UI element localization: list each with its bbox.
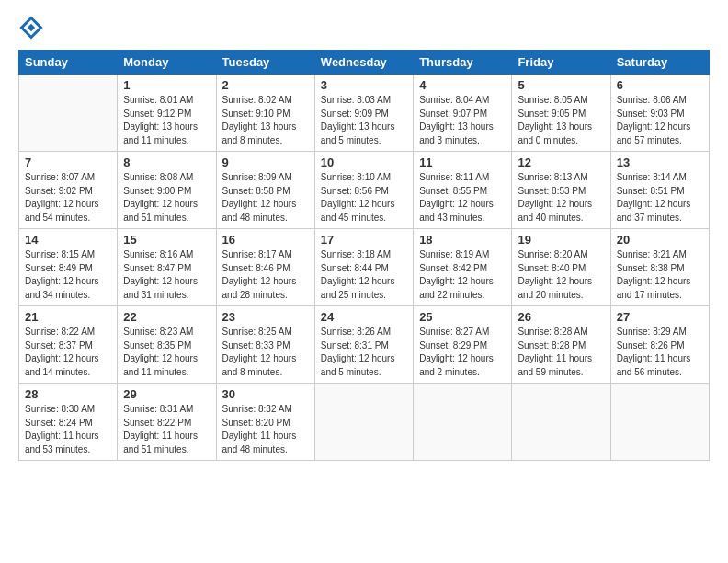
calendar: SundayMondayTuesdayWednesdayThursdayFrid…: [18, 50, 710, 461]
day-info: Sunrise: 8:07 AM Sunset: 9:02 PM Dayligh…: [25, 171, 111, 224]
day-header-monday: Monday: [118, 51, 216, 75]
day-header-thursday: Thursday: [414, 51, 512, 75]
header: [18, 15, 710, 40]
calendar-week-4: 21Sunrise: 8:22 AM Sunset: 8:37 PM Dayli…: [19, 306, 710, 384]
day-number: 20: [617, 233, 703, 247]
day-info: Sunrise: 8:03 AM Sunset: 9:09 PM Dayligh…: [321, 94, 407, 147]
calendar-cell: 22Sunrise: 8:23 AM Sunset: 8:35 PM Dayli…: [118, 306, 216, 384]
day-number: 29: [123, 387, 210, 401]
calendar-cell: 2Sunrise: 8:02 AM Sunset: 9:10 PM Daylig…: [216, 75, 314, 152]
calendar-cell: 24Sunrise: 8:26 AM Sunset: 8:31 PM Dayli…: [314, 306, 413, 384]
calendar-week-1: 1Sunrise: 8:01 AM Sunset: 9:12 PM Daylig…: [19, 75, 710, 152]
calendar-cell: 15Sunrise: 8:16 AM Sunset: 8:47 PM Dayli…: [118, 229, 216, 306]
calendar-cell: [610, 384, 709, 461]
calendar-cell: 8Sunrise: 8:08 AM Sunset: 9:00 PM Daylig…: [118, 152, 216, 229]
day-info: Sunrise: 8:17 AM Sunset: 8:46 PM Dayligh…: [222, 248, 309, 302]
day-number: 3: [321, 78, 407, 92]
calendar-header-row: SundayMondayTuesdayWednesdayThursdayFrid…: [19, 51, 710, 75]
day-info: Sunrise: 8:28 AM Sunset: 8:28 PM Dayligh…: [518, 326, 604, 379]
day-header-tuesday: Tuesday: [216, 51, 314, 75]
calendar-cell: 29Sunrise: 8:31 AM Sunset: 8:22 PM Dayli…: [118, 384, 216, 461]
calendar-cell: 13Sunrise: 8:14 AM Sunset: 8:51 PM Dayli…: [610, 152, 709, 229]
day-number: 26: [518, 310, 604, 324]
day-info: Sunrise: 8:21 AM Sunset: 8:38 PM Dayligh…: [617, 248, 703, 302]
calendar-week-5: 28Sunrise: 8:30 AM Sunset: 8:24 PM Dayli…: [19, 384, 710, 461]
day-number: 21: [25, 310, 111, 324]
calendar-cell: 26Sunrise: 8:28 AM Sunset: 8:28 PM Dayli…: [512, 306, 610, 384]
day-number: 5: [518, 78, 604, 92]
page: SundayMondayTuesdayWednesdayThursdayFrid…: [0, 0, 728, 563]
day-header-sunday: Sunday: [19, 51, 118, 75]
calendar-cell: [414, 384, 512, 461]
calendar-cell: 23Sunrise: 8:25 AM Sunset: 8:33 PM Dayli…: [216, 306, 314, 384]
calendar-week-3: 14Sunrise: 8:15 AM Sunset: 8:49 PM Dayli…: [19, 229, 710, 306]
calendar-cell: 12Sunrise: 8:13 AM Sunset: 8:53 PM Dayli…: [512, 152, 610, 229]
calendar-cell: 3Sunrise: 8:03 AM Sunset: 9:09 PM Daylig…: [314, 75, 413, 152]
day-number: 2: [222, 78, 309, 92]
day-number: 27: [617, 310, 703, 324]
calendar-week-2: 7Sunrise: 8:07 AM Sunset: 9:02 PM Daylig…: [19, 152, 710, 229]
calendar-cell: 21Sunrise: 8:22 AM Sunset: 8:37 PM Dayli…: [19, 306, 118, 384]
calendar-cell: 5Sunrise: 8:05 AM Sunset: 9:05 PM Daylig…: [512, 75, 610, 152]
calendar-cell: [314, 384, 413, 461]
calendar-cell: 6Sunrise: 8:06 AM Sunset: 9:03 PM Daylig…: [610, 75, 709, 152]
calendar-cell: 9Sunrise: 8:09 AM Sunset: 8:58 PM Daylig…: [216, 152, 314, 229]
calendar-cell: 27Sunrise: 8:29 AM Sunset: 8:26 PM Dayli…: [610, 306, 709, 384]
day-header-wednesday: Wednesday: [314, 51, 413, 75]
day-number: 6: [617, 78, 703, 92]
calendar-cell: 25Sunrise: 8:27 AM Sunset: 8:29 PM Dayli…: [414, 306, 512, 384]
day-number: 18: [419, 233, 506, 247]
calendar-cell: 16Sunrise: 8:17 AM Sunset: 8:46 PM Dayli…: [216, 229, 314, 306]
day-number: 23: [222, 310, 309, 324]
calendar-cell: 14Sunrise: 8:15 AM Sunset: 8:49 PM Dayli…: [19, 229, 118, 306]
day-number: 4: [419, 78, 506, 92]
day-info: Sunrise: 8:04 AM Sunset: 9:07 PM Dayligh…: [419, 94, 506, 147]
day-number: 16: [222, 233, 309, 247]
day-info: Sunrise: 8:32 AM Sunset: 8:20 PM Dayligh…: [222, 403, 309, 456]
day-number: 13: [617, 155, 703, 169]
calendar-cell: 28Sunrise: 8:30 AM Sunset: 8:24 PM Dayli…: [19, 384, 118, 461]
day-info: Sunrise: 8:02 AM Sunset: 9:10 PM Dayligh…: [222, 94, 309, 147]
day-number: 8: [123, 155, 210, 169]
day-number: 10: [321, 155, 407, 169]
calendar-cell: 19Sunrise: 8:20 AM Sunset: 8:40 PM Dayli…: [512, 229, 610, 306]
day-info: Sunrise: 8:25 AM Sunset: 8:33 PM Dayligh…: [222, 326, 309, 379]
day-info: Sunrise: 8:20 AM Sunset: 8:40 PM Dayligh…: [518, 248, 604, 302]
day-info: Sunrise: 8:31 AM Sunset: 8:22 PM Dayligh…: [123, 403, 210, 456]
calendar-cell: 4Sunrise: 8:04 AM Sunset: 9:07 PM Daylig…: [414, 75, 512, 152]
day-number: 17: [321, 233, 407, 247]
day-info: Sunrise: 8:15 AM Sunset: 8:49 PM Dayligh…: [25, 248, 111, 302]
calendar-cell: 18Sunrise: 8:19 AM Sunset: 8:42 PM Dayli…: [414, 229, 512, 306]
day-info: Sunrise: 8:16 AM Sunset: 8:47 PM Dayligh…: [123, 248, 210, 302]
day-header-saturday: Saturday: [610, 51, 709, 75]
day-info: Sunrise: 8:29 AM Sunset: 8:26 PM Dayligh…: [617, 326, 703, 379]
day-info: Sunrise: 8:14 AM Sunset: 8:51 PM Dayligh…: [617, 171, 703, 224]
day-number: 14: [25, 233, 111, 247]
day-info: Sunrise: 8:05 AM Sunset: 9:05 PM Dayligh…: [518, 94, 604, 147]
logo: [18, 15, 48, 40]
day-number: 7: [25, 155, 111, 169]
day-info: Sunrise: 8:27 AM Sunset: 8:29 PM Dayligh…: [419, 326, 506, 379]
calendar-cell: [512, 384, 610, 461]
day-number: 9: [222, 155, 309, 169]
day-number: 22: [123, 310, 210, 324]
day-info: Sunrise: 8:18 AM Sunset: 8:44 PM Dayligh…: [321, 248, 407, 302]
day-number: 19: [518, 233, 604, 247]
day-info: Sunrise: 8:26 AM Sunset: 8:31 PM Dayligh…: [321, 326, 407, 379]
calendar-cell: 17Sunrise: 8:18 AM Sunset: 8:44 PM Dayli…: [314, 229, 413, 306]
day-number: 25: [419, 310, 506, 324]
day-info: Sunrise: 8:09 AM Sunset: 8:58 PM Dayligh…: [222, 171, 309, 224]
day-info: Sunrise: 8:19 AM Sunset: 8:42 PM Dayligh…: [419, 248, 506, 302]
day-info: Sunrise: 8:23 AM Sunset: 8:35 PM Dayligh…: [123, 326, 210, 379]
day-info: Sunrise: 8:30 AM Sunset: 8:24 PM Dayligh…: [25, 403, 111, 456]
calendar-cell: 1Sunrise: 8:01 AM Sunset: 9:12 PM Daylig…: [118, 75, 216, 152]
day-info: Sunrise: 8:08 AM Sunset: 9:00 PM Dayligh…: [123, 171, 210, 224]
day-number: 1: [123, 78, 210, 92]
day-number: 15: [123, 233, 210, 247]
day-info: Sunrise: 8:10 AM Sunset: 8:56 PM Dayligh…: [321, 171, 407, 224]
logo-icon: [18, 15, 44, 40]
day-number: 24: [321, 310, 407, 324]
day-number: 11: [419, 155, 506, 169]
day-info: Sunrise: 8:13 AM Sunset: 8:53 PM Dayligh…: [518, 171, 604, 224]
day-info: Sunrise: 8:01 AM Sunset: 9:12 PM Dayligh…: [123, 94, 210, 147]
